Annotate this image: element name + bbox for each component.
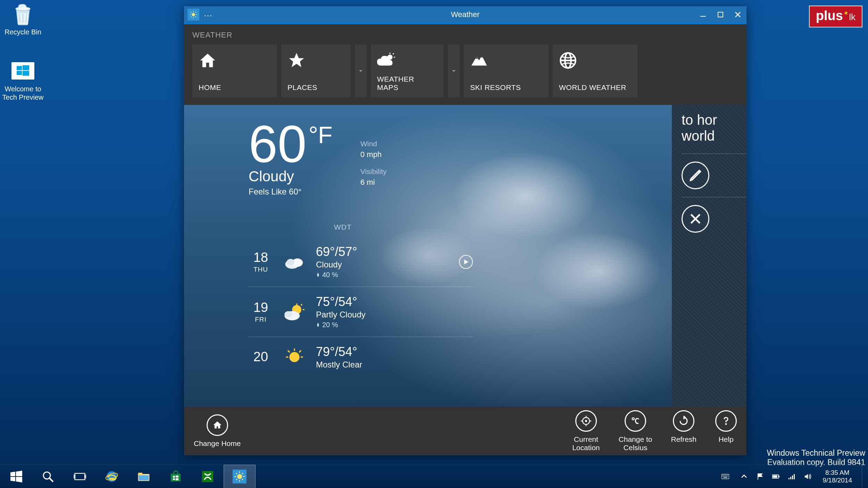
partly-cloudy-icon [281, 300, 308, 323]
app-bar: Change Home Current Location Change to C… [184, 407, 746, 455]
svg-rect-91 [779, 475, 780, 477]
keyboard-tray-icon[interactable] [718, 472, 733, 481]
welcome-tech-preview[interactable]: Welcome to Tech Preview [2, 58, 44, 101]
minimize-button[interactable] [697, 9, 709, 20]
nav-world-weather[interactable]: WORLD WEATHER [553, 44, 637, 97]
forecast-row[interactable]: 18 THU 69°/57° Cloudy 40 % [249, 237, 473, 287]
nav-weather-maps[interactable]: WEATHER MAPS [371, 44, 444, 97]
svg-rect-59 [139, 475, 149, 480]
svg-line-29 [301, 304, 302, 305]
svg-point-44 [632, 418, 634, 420]
nav-ski-resorts[interactable]: SKI RESORTS [464, 44, 549, 97]
forecast-list: 18 THU 69°/57° Cloudy 40 % [249, 237, 473, 377]
weather-main-panel[interactable]: 60 °F Cloudy Feels Like 60° Wind 0 mph V… [184, 105, 672, 407]
svg-rect-84 [724, 476, 724, 477]
svg-rect-89 [724, 477, 727, 478]
clock-date: 9/18/2014 [823, 477, 852, 484]
svg-point-50 [43, 472, 50, 479]
current-details: Wind 0 mph Visibility 6 mi [360, 140, 386, 195]
weather-window: … Weather WEATHER HOME PLACES WEATHER MA… [184, 6, 746, 455]
side-panel[interactable]: to hor world [672, 105, 746, 407]
svg-rect-93 [788, 478, 790, 479]
svg-rect-83 [723, 476, 723, 477]
nav-maps-dropdown[interactable] [448, 44, 460, 97]
forecast-precip: 40 % [322, 271, 338, 279]
side-edit-button[interactable] [682, 162, 746, 189]
titlebar[interactable]: … Weather [184, 6, 746, 23]
visibility-label: Visibility [360, 167, 386, 176]
start-button[interactable] [0, 465, 32, 488]
nav-places[interactable]: PLACES [281, 44, 351, 97]
current-temp-value: 60 [249, 118, 307, 170]
change-celsius-button[interactable]: Change to Celsius [619, 410, 652, 452]
svg-point-32 [289, 352, 299, 362]
data-provider: WDT [334, 223, 352, 231]
change-celsius-label: Change to Celsius [619, 435, 652, 452]
forecast-row[interactable]: 20 79°/54° Mostly Clear [249, 337, 473, 377]
show-desktop-button[interactable] [862, 465, 865, 488]
svg-rect-4 [23, 71, 29, 76]
search-button[interactable] [32, 465, 64, 488]
forecast-row[interactable]: 19 FRI 75°/54° Partly Cloudy 20 % [249, 287, 473, 337]
nav-home-label: HOME [199, 83, 271, 92]
titlebar-menu-icon[interactable]: … [203, 8, 212, 19]
forecast-cond: Cloudy [316, 260, 451, 270]
volume-tray-icon[interactable] [803, 472, 813, 481]
side-clear-button[interactable] [682, 205, 746, 233]
flag-tray-icon[interactable] [755, 472, 765, 481]
target-icon [575, 410, 597, 432]
star-icon [287, 50, 344, 71]
task-view-button[interactable] [64, 465, 96, 488]
change-home-button[interactable]: Change Home [194, 414, 241, 448]
network-tray-icon[interactable] [787, 472, 797, 481]
svg-point-39 [585, 420, 587, 422]
svg-rect-87 [726, 476, 727, 477]
svg-rect-58 [138, 473, 143, 475]
svg-point-45 [725, 423, 727, 425]
pencil-icon [682, 162, 709, 189]
nav-home[interactable]: HOME [192, 44, 277, 97]
tray-chevron-icon[interactable] [739, 472, 749, 481]
xbox-taskbar-icon[interactable] [192, 465, 224, 488]
recycle-bin[interactable]: Recycle Bin [2, 1, 44, 36]
forecast-date: 20 [249, 349, 273, 364]
x-icon [682, 205, 709, 233]
refresh-label: Refresh [671, 435, 696, 444]
svg-rect-53 [74, 474, 75, 478]
svg-point-25 [287, 259, 294, 265]
svg-line-19 [393, 53, 394, 55]
battery-tray-icon[interactable] [771, 472, 781, 481]
taskbar-clock[interactable]: 8:35 AM 9/18/2014 [819, 469, 856, 484]
close-button[interactable] [732, 9, 744, 20]
ribbon-heading: WEATHER [192, 31, 738, 40]
forecast-date: 18 [249, 250, 273, 265]
pluslk-brand: plus [816, 8, 843, 23]
ribbon: WEATHER HOME PLACES WEATHER MAPS SKI RES… [184, 24, 746, 105]
svg-rect-62 [176, 475, 178, 478]
file-explorer-taskbar-icon[interactable] [128, 465, 160, 488]
forecast-date: 19 [249, 300, 273, 315]
ie-taskbar-icon[interactable] [96, 465, 128, 488]
mountain-icon [470, 50, 542, 71]
wind-value: 0 mph [360, 150, 386, 159]
current-condition: Cloudy [249, 168, 333, 185]
nav-places-label: PLACES [287, 83, 344, 92]
maximize-button[interactable] [715, 9, 726, 20]
play-forecast-button[interactable] [459, 255, 473, 269]
refresh-icon [673, 410, 694, 432]
forecast-hilo: 75°/54° [316, 295, 473, 309]
change-home-label: Change Home [194, 439, 241, 448]
help-button[interactable]: Help [715, 410, 737, 452]
current-location-button[interactable]: Current Location [572, 410, 600, 452]
refresh-button[interactable]: Refresh [671, 410, 696, 452]
nav-places-dropdown[interactable] [355, 44, 367, 97]
side-heading: to hor world [682, 112, 746, 144]
store-taskbar-icon[interactable] [160, 465, 192, 488]
cloudy-icon [281, 250, 308, 273]
weather-taskbar-icon[interactable] [224, 465, 256, 488]
svg-line-51 [50, 478, 53, 482]
forecast-hilo: 69°/57° [316, 245, 451, 259]
svg-rect-85 [725, 476, 725, 477]
svg-rect-3 [17, 71, 22, 75]
svg-point-31 [284, 311, 292, 317]
